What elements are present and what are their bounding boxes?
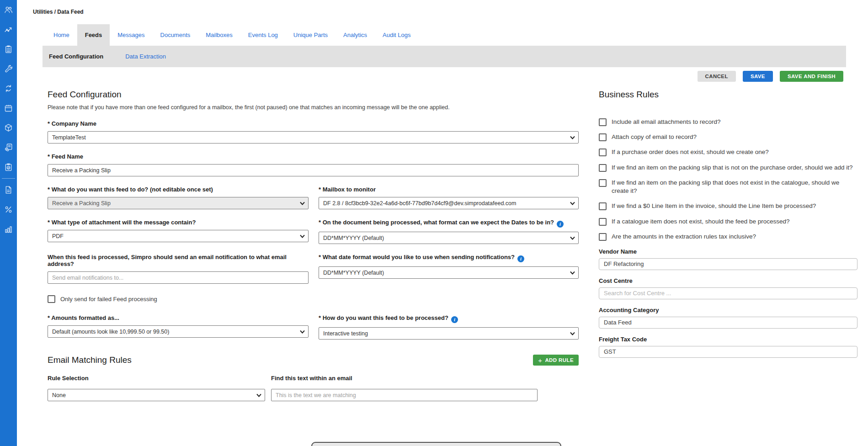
invoices-icon[interactable]	[0, 138, 17, 157]
save-and-finish-button[interactable]: SAVE AND FINISH	[780, 71, 843, 82]
br-checkbox-add-item-po[interactable]	[599, 164, 607, 172]
feed-configuration-note: Please note that if you have more than o…	[48, 104, 579, 111]
notification-date-format-value: DD*MM*YYYY (Default)	[323, 270, 384, 276]
br-checkbox-tax-inclusive[interactable]	[599, 233, 607, 241]
feed-name-label: * Feed Name	[48, 153, 579, 160]
mailbox-select[interactable]: DF 2.8 / 8cf3bcb9-32e2-4a6d-bc6f-77bd9b7…	[319, 197, 579, 209]
rule-selection-select[interactable]: None	[48, 389, 265, 401]
sub-tabbar: Feed Configuration Data Extraction	[43, 46, 846, 67]
processing-mode-value: Interactive testing	[323, 330, 368, 337]
tab-analytics[interactable]: Analytics	[335, 24, 375, 46]
attachment-type-select[interactable]: PDF	[48, 230, 309, 242]
cost-centre-label: Cost Centre	[599, 277, 857, 284]
notification-email-label: When this feed is processed, Simpro shou…	[48, 254, 309, 267]
br-label: If we find a $0 Line Item in the invoice…	[612, 202, 816, 210]
notification-date-format-select[interactable]: DD*MM*YYYY (Default)	[319, 266, 579, 279]
company-name-value: TemplateTest	[52, 134, 86, 141]
tab-events-log[interactable]: Events Log	[240, 24, 286, 46]
notification-date-format-label-text: * What date format would you like to use…	[319, 254, 515, 260]
br-checkbox-attachments[interactable]	[599, 118, 607, 126]
attachment-type-label: * What type of attachment will the messa…	[48, 219, 309, 226]
tab-messages[interactable]: Messages	[110, 24, 152, 46]
feed-action-value: Receive a Packing Slip	[52, 200, 111, 207]
leads-icon[interactable]	[0, 20, 17, 39]
tab-documents[interactable]: Documents	[153, 24, 198, 46]
feed-configuration-section: Feed Configuration Please note that if y…	[48, 90, 579, 401]
mailbox-value: DF 2.8 / 8cf3bcb9-32e2-4a6d-bc6f-77bd9b7…	[323, 200, 516, 207]
tasks-icon[interactable]	[0, 39, 17, 59]
br-label: If a catalogue item does not exist, shou…	[612, 218, 790, 226]
chevron-down-icon	[570, 136, 575, 139]
schedule-icon[interactable]	[0, 98, 17, 118]
app-sidebar	[0, 0, 17, 446]
chevron-down-icon	[570, 271, 575, 275]
inventory-icon[interactable]	[0, 118, 17, 138]
add-rule-label: ADD RULE	[545, 357, 574, 363]
checklist-icon[interactable]	[0, 157, 17, 177]
company-name-label: * Company Name	[48, 120, 579, 127]
accounting-category-input[interactable]	[599, 317, 857, 329]
document-date-format-select[interactable]: DD*MM*YYYY (Default)	[319, 232, 579, 244]
tab-audit-logs[interactable]: Audit Logs	[375, 24, 418, 46]
subtab-feed-configuration[interactable]: Feed Configuration	[43, 46, 110, 67]
cancel-button[interactable]: CANCEL	[698, 71, 736, 82]
info-icon[interactable]: i	[451, 316, 458, 323]
reports-icon[interactable]	[0, 219, 17, 239]
breadcrumb[interactable]: Utilities / Data Feed	[33, 9, 84, 15]
br-label: If a purchase order does not exist, shou…	[612, 148, 769, 156]
br-checkbox-zero-line-item[interactable]	[599, 202, 607, 210]
save-button[interactable]: SAVE	[743, 71, 773, 82]
users-icon[interactable]	[0, 0, 17, 20]
br-label: Attach copy of email to record?	[612, 133, 697, 141]
info-icon[interactable]: i	[557, 221, 564, 228]
feed-action-label: * What do you want this feed to do? (not…	[48, 186, 309, 193]
adjustments-icon[interactable]	[0, 200, 17, 219]
company-name-select[interactable]: TemplateTest	[48, 131, 579, 143]
freight-tax-code-input[interactable]	[599, 346, 857, 358]
accounting-category-label: Accounting Category	[599, 307, 857, 313]
processing-mode-select[interactable]: Interactive testing	[319, 327, 579, 340]
documents-icon[interactable]	[0, 180, 17, 200]
amounts-format-select[interactable]: Default (amounts look like 10,999.50 or …	[48, 325, 309, 338]
amounts-format-label: * Amounts formatted as...	[48, 314, 309, 321]
chevron-down-icon	[300, 234, 305, 238]
tools-icon[interactable]	[0, 59, 17, 79]
document-date-format-label: * On the document being processed, what …	[319, 219, 579, 228]
feed-configuration-title: Feed Configuration	[48, 90, 579, 100]
br-checkbox-email-copy[interactable]	[599, 133, 607, 141]
document-date-format-value: DD*MM*YYYY (Default)	[323, 235, 384, 241]
info-icon[interactable]: i	[517, 255, 524, 262]
tab-unique-parts[interactable]: Unique Parts	[286, 24, 335, 46]
tab-mailboxes[interactable]: Mailboxes	[198, 24, 240, 46]
notification-email-input[interactable]	[48, 271, 309, 284]
business-rules-section: Business Rules Include all email attachm…	[599, 90, 857, 358]
tab-home[interactable]: Home	[46, 24, 77, 46]
br-label: Include all email attachments to record?	[612, 118, 721, 126]
rule-selection-value: None	[52, 392, 66, 398]
bottom-panel-partial	[311, 442, 561, 446]
failed-only-checkbox[interactable]	[48, 295, 55, 303]
vendor-name-input[interactable]	[599, 258, 857, 270]
br-checkbox-create-po[interactable]	[599, 149, 607, 156]
match-text-input[interactable]	[271, 389, 538, 401]
mailbox-label: * Mailbox to monitor	[319, 186, 579, 193]
br-label: If we find an item on the packing slip t…	[612, 179, 857, 195]
feed-name-input[interactable]	[48, 164, 579, 176]
chevron-down-icon	[256, 393, 261, 397]
br-checkbox-catalogue-missing[interactable]	[599, 218, 607, 226]
amounts-format-value: Default (amounts look like 10,999.50 or …	[52, 329, 169, 335]
processing-mode-label: * How do you want this feed to be proces…	[319, 314, 579, 323]
cost-centre-input[interactable]	[599, 287, 857, 299]
notification-date-format-label: * What date format would you like to use…	[319, 254, 579, 262]
sidebar-divider	[2, 178, 15, 179]
sync-icon[interactable]	[0, 79, 17, 98]
email-matching-rules-title: Email Matching Rules	[48, 355, 132, 365]
processing-mode-label-text: * How do you want this feed to be proces…	[319, 314, 448, 321]
br-checkbox-create-catalogue-item[interactable]	[599, 179, 607, 187]
chevron-down-icon	[300, 330, 305, 334]
tab-feeds[interactable]: Feeds	[77, 24, 110, 46]
add-rule-button[interactable]: +ADD RULE	[533, 355, 579, 366]
chevron-down-icon	[570, 332, 575, 335]
subtab-data-extraction[interactable]: Data Extraction	[119, 46, 172, 67]
rule-selection-label: Rule Selection	[48, 375, 265, 382]
